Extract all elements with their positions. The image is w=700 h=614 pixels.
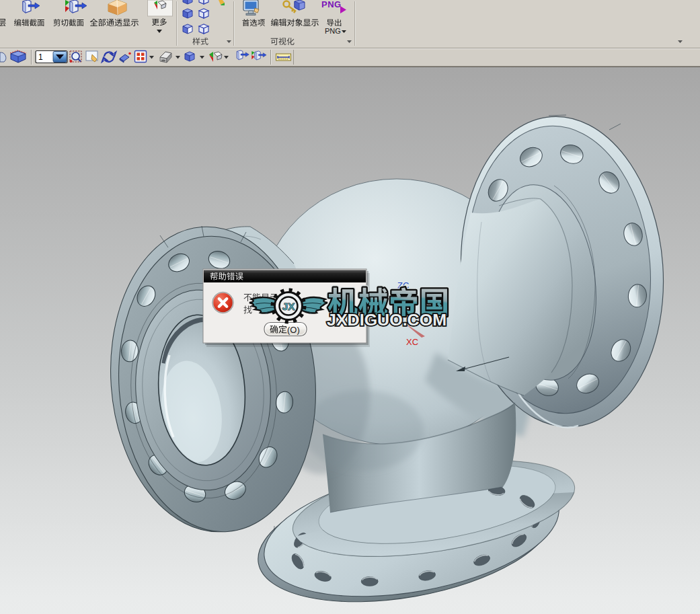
svg-text:JXDIGUO.COM: JXDIGUO.COM (327, 311, 446, 329)
svg-text:JX: JX (282, 301, 295, 312)
svg-text:(O): (O) (287, 325, 300, 335)
svg-text:PNG: PNG (321, 0, 342, 9)
svg-text:1: 1 (38, 52, 43, 62)
svg-text:PNG: PNG (325, 27, 341, 35)
svg-text:XC: XC (406, 337, 418, 347)
